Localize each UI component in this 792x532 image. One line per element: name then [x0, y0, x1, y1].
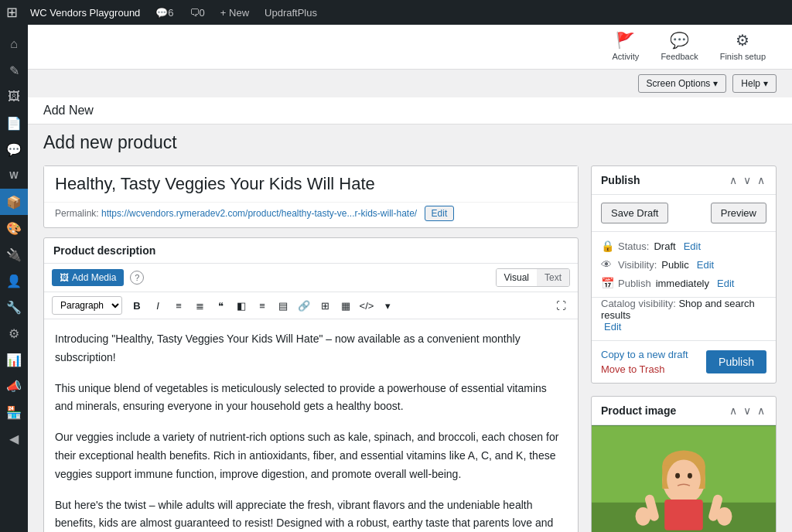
- product-image-box-header: Product image ∧ ∨ ∧: [592, 397, 776, 425]
- bold-button[interactable]: B: [128, 296, 146, 315]
- preview-button[interactable]: Preview: [711, 203, 766, 223]
- unordered-list-button[interactable]: ≡: [169, 296, 188, 315]
- link-button[interactable]: 🔗: [295, 296, 313, 315]
- editor-help-button[interactable]: ?: [130, 271, 144, 285]
- wp-logo[interactable]: ⊞: [6, 4, 18, 21]
- publish-close-button[interactable]: ∧: [756, 172, 766, 188]
- visibility-row: 👁 Visibility: Public Edit: [601, 258, 766, 271]
- more-button[interactable]: ▾: [378, 296, 397, 315]
- publish-box-controls: ∧ ∨ ∧: [728, 172, 766, 188]
- activity-button[interactable]: 🚩 Activity: [602, 25, 650, 69]
- visual-text-tabs: Visual Text: [496, 268, 570, 287]
- description-heading: Product description: [53, 244, 155, 257]
- sidebar-item-comments[interactable]: 💬: [0, 136, 28, 162]
- edit-slug-button[interactable]: Edit: [425, 206, 455, 221]
- wp-layout: ⌂ ✎ 🖼 📄 💬 W 📦 🎨 🔌 👤 🔧 ⚙ 📊 📣 🏪 ◀ 🚩 Activi…: [0, 25, 792, 532]
- editor-content[interactable]: Introducing "Healthy, Tasty Veggies Your…: [44, 319, 578, 532]
- content-paragraph-3: Our veggies include a variety of nutrien…: [55, 428, 567, 483]
- publish-collapse-up-button[interactable]: ∧: [728, 172, 739, 188]
- content-paragraph-1: Introducing "Healthy, Tasty Veggies Your…: [55, 330, 567, 367]
- product-image-svg: [592, 425, 776, 532]
- adminbar-updraftplus[interactable]: UpdraftPlus: [258, 0, 323, 25]
- svg-point-12: [636, 507, 651, 526]
- sidebar-item-appearance[interactable]: 🎨: [0, 215, 28, 241]
- sidebar-collapse-button[interactable]: ◀: [0, 425, 28, 452]
- move-trash-link[interactable]: Move to Trash: [601, 363, 688, 375]
- publish-box-title: Publish: [601, 174, 640, 186]
- insert-column-button[interactable]: ▦: [336, 296, 355, 315]
- publish-collapse-down-button[interactable]: ∨: [742, 172, 753, 188]
- svg-point-9: [688, 473, 692, 479]
- header-icons: 🚩 Activity 💬 Feedback ⚙ Finish setup: [602, 25, 777, 69]
- publish-button[interactable]: Publish: [706, 350, 766, 373]
- sidebar-item-marketing[interactable]: 📣: [0, 373, 28, 399]
- product-image-close-button[interactable]: ∧: [756, 403, 766, 418]
- adminbar-chat[interactable]: 🗨 0: [183, 0, 211, 25]
- sidebar-item-users[interactable]: 👤: [0, 268, 28, 294]
- content-paragraph-2: This unique blend of vegetables is metic…: [55, 380, 567, 417]
- copy-draft-link[interactable]: Copy to a new draft: [601, 349, 688, 360]
- align-left-button[interactable]: ◧: [232, 296, 251, 315]
- insert-table-button[interactable]: ⊞: [316, 296, 334, 315]
- screen-options-button[interactable]: Screen Options ▾: [638, 74, 727, 93]
- align-center-button[interactable]: ≡: [253, 296, 271, 315]
- catalog-label: Catalog visibility:: [601, 298, 676, 309]
- sidebar-item-woocommerce[interactable]: W: [0, 162, 28, 189]
- activity-icon: 🚩: [616, 31, 635, 49]
- visibility-edit-link[interactable]: Edit: [697, 259, 714, 271]
- finish-setup-button[interactable]: ⚙ Finish setup: [709, 25, 777, 69]
- expand-editor-button[interactable]: ⛶: [551, 296, 570, 315]
- publish-box: Publish ∧ ∨ ∧ Save Draft Preview: [591, 165, 777, 384]
- admin-bar: ⊞ WC Vendors Playground 💬 6 🗨 0 + New Up…: [0, 0, 792, 25]
- permalink-url[interactable]: https://wcvendors.rymeradev2.com/product…: [101, 208, 417, 219]
- blockquote-button[interactable]: ❝: [211, 296, 230, 315]
- svg-point-7: [667, 459, 701, 500]
- save-draft-button[interactable]: Save Draft: [601, 203, 668, 223]
- visual-tab[interactable]: Visual: [497, 269, 537, 286]
- status-edit-link[interactable]: Edit: [684, 240, 701, 252]
- screen-options-bar: Screen Options ▾ Help ▾: [28, 70, 792, 97]
- catalog-visibility-row: Catalog visibility: Shop and search resu…: [592, 298, 776, 341]
- text-tab[interactable]: Text: [537, 269, 569, 286]
- product-image-box: Product image ∧ ∨ ∧: [591, 396, 777, 532]
- sidebar-item-posts[interactable]: ✎: [0, 57, 28, 84]
- product-image-title: Product image: [601, 404, 676, 417]
- sidebar-item-vendors[interactable]: 🏪: [0, 399, 28, 425]
- align-right-button[interactable]: ▤: [274, 296, 292, 315]
- svg-point-14: [717, 507, 732, 526]
- sidebar-item-pages[interactable]: 📄: [0, 110, 28, 136]
- sidebar-item-settings[interactable]: ⚙: [0, 320, 28, 346]
- post-title-input[interactable]: [44, 166, 578, 202]
- paragraph-select[interactable]: Paragraph: [52, 296, 122, 315]
- product-image-collapse-down-button[interactable]: ∨: [742, 403, 753, 418]
- publish-time-edit-link[interactable]: Edit: [717, 278, 734, 289]
- sidebar-item-dashboard[interactable]: ⌂: [0, 31, 28, 57]
- status-value: Draft: [654, 240, 675, 252]
- publish-time-row: 📅 Publish immediately Edit: [601, 277, 766, 289]
- help-button[interactable]: Help ▾: [732, 74, 777, 93]
- code-button[interactable]: </>: [357, 296, 376, 315]
- finish-setup-icon: ⚙: [736, 31, 749, 49]
- sidebar-item-products[interactable]: 📦: [0, 189, 28, 215]
- sidebar-item-tools[interactable]: 🔧: [0, 294, 28, 320]
- add-media-button[interactable]: 🖼 Add Media: [52, 269, 124, 286]
- adminbar-site-name[interactable]: WC Vendors Playground: [24, 0, 146, 25]
- screen-options-chevron-icon: ▾: [713, 78, 718, 89]
- adminbar-new[interactable]: + New: [214, 0, 255, 25]
- page-heading: Add new product: [43, 132, 777, 153]
- svg-point-8: [675, 473, 680, 479]
- catalog-edit-link[interactable]: Edit: [604, 321, 621, 332]
- feedback-button[interactable]: 💬 Feedback: [650, 25, 708, 69]
- sidebar-item-plugins[interactable]: 🔌: [0, 241, 28, 268]
- product-image-container[interactable]: [592, 425, 776, 532]
- sidebar-item-analytics[interactable]: 📊: [0, 346, 28, 373]
- svg-rect-10: [664, 500, 703, 530]
- italic-button[interactable]: I: [148, 296, 167, 315]
- sidebar-item-media[interactable]: 🖼: [0, 84, 28, 110]
- product-image-collapse-up-button[interactable]: ∧: [728, 403, 739, 418]
- publish-time-value: immediately: [656, 278, 709, 289]
- adminbar-comments[interactable]: 💬 6: [149, 0, 179, 25]
- ordered-list-button[interactable]: ≣: [190, 296, 209, 315]
- wp-head-top: 🚩 Activity 💬 Feedback ⚙ Finish setup: [28, 25, 792, 70]
- title-div: Permalink: https://wcvendors.rymeradev2.…: [43, 165, 579, 228]
